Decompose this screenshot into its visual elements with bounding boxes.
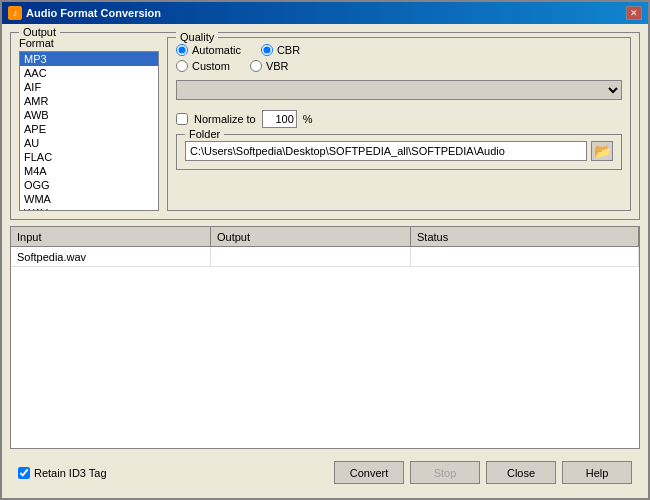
retain-id3-checkbox[interactable] (18, 467, 30, 479)
close-window-button[interactable]: ✕ (626, 6, 642, 20)
action-buttons: Convert Stop Close Help (334, 461, 632, 484)
title-bar-left: ♪ Audio Format Conversion (8, 6, 161, 20)
title-bar-controls: ✕ (626, 6, 642, 20)
format-item-m4a[interactable]: M4A (20, 164, 158, 178)
vbr-radio[interactable] (250, 60, 262, 72)
col-header-input: Input (11, 227, 211, 246)
format-item-ape[interactable]: APE (20, 122, 158, 136)
radio-row-bottom: Custom VBR (176, 60, 622, 72)
normalize-value-input[interactable] (262, 110, 297, 128)
output-label: Output (19, 26, 60, 38)
automatic-radio[interactable] (176, 44, 188, 56)
folder-row: 📂 (185, 141, 613, 161)
format-item-wma[interactable]: WMA (20, 192, 158, 206)
col-header-output: Output (211, 227, 411, 246)
folder-icon: 📂 (594, 143, 611, 159)
cell-output (211, 247, 411, 266)
cbr-radio[interactable] (261, 44, 273, 56)
format-item-ogg[interactable]: OGG (20, 178, 158, 192)
format-label: Format (19, 37, 159, 49)
output-group: Output Format MP3AACAIFAMRAWBAPEAUFLACM4… (10, 32, 640, 220)
cell-status (411, 247, 639, 266)
table-body[interactable]: Softpedia.wav (11, 247, 639, 448)
custom-radio[interactable] (176, 60, 188, 72)
table-row[interactable]: Softpedia.wav (11, 247, 639, 267)
format-item-aif[interactable]: AIF (20, 80, 158, 94)
format-item-au[interactable]: AU (20, 136, 158, 150)
convert-button[interactable]: Convert (334, 461, 404, 484)
window-title: Audio Format Conversion (26, 7, 161, 19)
normalize-row: Normalize to % (176, 110, 622, 128)
close-button[interactable]: Close (486, 461, 556, 484)
quality-group: Quality Automatic CBR (167, 37, 631, 211)
main-window: ♪ Audio Format Conversion ✕ Output Forma… (0, 0, 650, 500)
format-group: Format MP3AACAIFAMRAWBAPEAUFLACM4AOGGWMA… (19, 37, 159, 211)
col-header-status: Status (411, 227, 639, 246)
content-area: Output Format MP3AACAIFAMRAWBAPEAUFLACM4… (2, 24, 648, 498)
retain-id3-label: Retain ID3 Tag (34, 467, 107, 479)
automatic-radio-item: Automatic (176, 44, 241, 56)
browse-folder-button[interactable]: 📂 (591, 141, 613, 161)
format-item-aac[interactable]: AAC (20, 66, 158, 80)
custom-radio-item: Custom (176, 60, 230, 72)
custom-label: Custom (192, 60, 230, 72)
format-item-awb[interactable]: AWB (20, 108, 158, 122)
quality-label: Quality (176, 31, 218, 43)
radio-row-top: Automatic CBR (176, 44, 622, 56)
folder-section: Folder 📂 (176, 134, 622, 170)
format-list[interactable]: MP3AACAIFAMRAWBAPEAUFLACM4AOGGWMAWAV (19, 51, 159, 211)
folder-path-input[interactable] (185, 141, 587, 161)
stop-button[interactable]: Stop (410, 461, 480, 484)
bottom-bar: Retain ID3 Tag Convert Stop Close Help (10, 455, 640, 490)
format-item-wav[interactable]: WAV (20, 206, 158, 211)
normalize-label: Normalize to (194, 113, 256, 125)
cbr-label: CBR (277, 44, 300, 56)
cell-input: Softpedia.wav (11, 247, 211, 266)
folder-label: Folder (185, 128, 224, 140)
app-icon: ♪ (8, 6, 22, 20)
vbr-radio-item: VBR (250, 60, 289, 72)
vbr-label: VBR (266, 60, 289, 72)
automatic-label: Automatic (192, 44, 241, 56)
help-button[interactable]: Help (562, 461, 632, 484)
table-header: Input Output Status (11, 227, 639, 247)
title-bar: ♪ Audio Format Conversion ✕ (2, 2, 648, 24)
quality-dropdown[interactable] (176, 80, 622, 100)
cbr-radio-item: CBR (261, 44, 300, 56)
format-item-mp3[interactable]: MP3 (20, 52, 158, 66)
percent-label: % (303, 113, 313, 125)
retain-id3-area: Retain ID3 Tag (18, 467, 107, 479)
normalize-checkbox[interactable] (176, 113, 188, 125)
format-item-amr[interactable]: AMR (20, 94, 158, 108)
quality-content: Automatic CBR Custom (176, 44, 622, 128)
format-item-flac[interactable]: FLAC (20, 150, 158, 164)
file-table: Input Output Status Softpedia.wav (10, 226, 640, 449)
output-section: Format MP3AACAIFAMRAWBAPEAUFLACM4AOGGWMA… (19, 37, 631, 211)
quality-dropdown-row (176, 80, 622, 100)
